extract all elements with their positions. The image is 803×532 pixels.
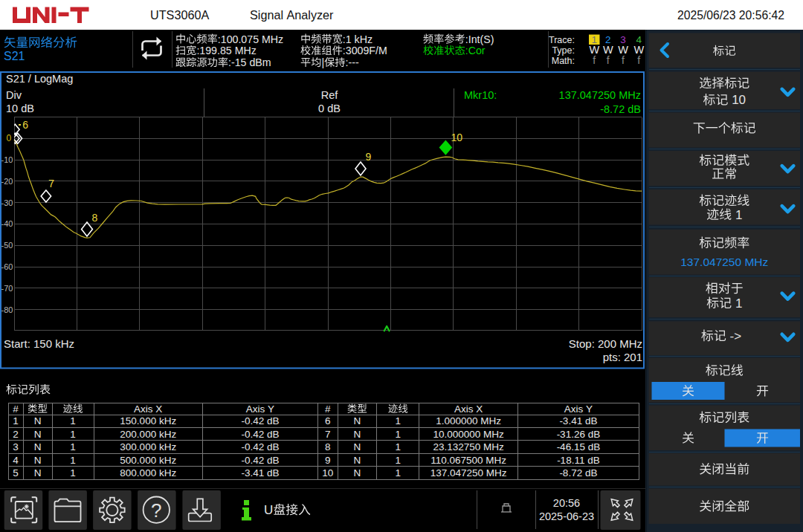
svg-text:|: | — [321, 56, 324, 68]
svg-text:200.000 kHz: 200.000 kHz — [120, 429, 176, 440]
svg-text:137.047250 MHz: 137.047250 MHz — [680, 256, 768, 268]
svg-text:N: N — [34, 455, 42, 466]
svg-text:1: 1 — [70, 429, 76, 440]
svg-text:-0.42 dB: -0.42 dB — [241, 415, 279, 426]
svg-text:N: N — [34, 429, 42, 440]
svg-text:Div: Div — [6, 89, 22, 101]
svg-text:9: 9 — [366, 151, 372, 163]
svg-text:Axis X: Axis X — [134, 403, 162, 415]
svg-text:Trace:: Trace: — [549, 35, 575, 45]
svg-text:Type:: Type: — [552, 45, 575, 56]
svg-text:1.000000 MHz: 1.000000 MHz — [436, 415, 501, 426]
svg-text:-40: -40 — [1, 219, 13, 228]
svg-text:-46.15 dB: -46.15 dB — [557, 441, 601, 452]
svg-text:-0.42 dB: -0.42 dB — [241, 455, 279, 466]
svg-text:800.000 kHz: 800.000 kHz — [120, 467, 176, 479]
svg-text:Start: 150 kHz: Start: 150 kHz — [4, 337, 74, 350]
svg-text::3009F/M: :3009F/M — [343, 45, 387, 56]
svg-text:?: ? — [151, 499, 161, 522]
svg-text:1: 1 — [70, 467, 76, 479]
svg-text:1: 1 — [395, 429, 401, 440]
svg-text:1: 1 — [70, 415, 76, 426]
svg-text:f: f — [637, 54, 640, 66]
svg-text::1 kHz: :1 kHz — [343, 33, 373, 45]
svg-text:10 dB: 10 dB — [6, 103, 34, 114]
svg-text:-20: -20 — [1, 177, 13, 186]
svg-text:S21: S21 — [4, 50, 25, 62]
svg-text:0 dB: 0 dB — [318, 103, 341, 114]
svg-text:Axis X: Axis X — [454, 403, 483, 415]
svg-text:N: N — [353, 415, 361, 426]
svg-text:2025-06-23: 2025-06-23 — [539, 510, 594, 522]
svg-text:N: N — [353, 441, 361, 452]
svg-text::-15 dBm: :-15 dBm — [228, 56, 271, 68]
svg-text::199.85 MHz: :199.85 MHz — [196, 45, 256, 56]
svg-text:23.132750 MHz: 23.132750 MHz — [433, 441, 504, 452]
svg-text:4: 4 — [13, 455, 19, 466]
svg-text:10: 10 — [322, 467, 333, 479]
svg-text:-31.26 dB: -31.26 dB — [557, 429, 601, 440]
svg-text:UTS3060A: UTS3060A — [150, 8, 209, 22]
svg-text:6: 6 — [325, 415, 331, 426]
svg-text:-0.42 dB: -0.42 dB — [241, 441, 279, 452]
svg-text:1: 1 — [70, 441, 76, 452]
svg-text:N: N — [34, 415, 42, 426]
svg-text:->: -> — [726, 329, 741, 343]
svg-text:N: N — [34, 467, 42, 479]
svg-text:N: N — [353, 467, 361, 479]
svg-text:10: 10 — [451, 132, 463, 143]
svg-text:Ref: Ref — [321, 89, 339, 101]
svg-text:1: 1 — [70, 455, 76, 466]
svg-text:Math:: Math: — [552, 56, 575, 66]
svg-text:1: 1 — [732, 296, 742, 311]
svg-text:7: 7 — [48, 178, 54, 189]
svg-text:-50: -50 — [1, 241, 13, 250]
svg-text:-80: -80 — [1, 305, 13, 314]
svg-text:Axis Y: Axis Y — [246, 403, 274, 415]
svg-text:S21 / LogMag: S21 / LogMag — [6, 73, 73, 85]
svg-text:20:56: 20:56 — [553, 497, 580, 509]
svg-text:N: N — [353, 429, 361, 440]
svg-text:f: f — [593, 54, 596, 66]
svg-text:f: f — [622, 54, 625, 66]
svg-text:Axis Y: Axis Y — [564, 403, 593, 415]
svg-text:7: 7 — [325, 429, 331, 440]
svg-text:110.067500 MHz: 110.067500 MHz — [430, 455, 506, 466]
svg-text:1: 1 — [395, 455, 401, 466]
svg-text:1: 1 — [732, 208, 742, 222]
svg-text:10.000000 MHz: 10.000000 MHz — [433, 429, 504, 440]
svg-text::---: :--- — [346, 56, 359, 68]
svg-text:N: N — [34, 441, 42, 452]
svg-text:-8.72 dB: -8.72 dB — [600, 103, 641, 115]
svg-text:1: 1 — [13, 415, 19, 426]
svg-text:-18.11 dB: -18.11 dB — [557, 455, 600, 466]
svg-text:-3.41 dB: -3.41 dB — [559, 415, 597, 426]
svg-text:2025/06/23 20:56:42: 2025/06/23 20:56:42 — [677, 9, 784, 22]
svg-text:-3.41 dB: -3.41 dB — [241, 467, 279, 479]
svg-text:5: 5 — [13, 467, 19, 479]
svg-text:-30: -30 — [1, 198, 13, 207]
svg-text:Stop: 200 MHz: Stop: 200 MHz — [569, 337, 642, 350]
svg-text:U: U — [264, 503, 273, 517]
svg-text::100.075 MHz: :100.075 MHz — [218, 33, 283, 45]
svg-text::Cor: :Cor — [465, 45, 486, 56]
svg-text:N: N — [353, 455, 361, 466]
svg-text:137.047250 MHz: 137.047250 MHz — [559, 89, 641, 101]
svg-text:9: 9 — [325, 455, 331, 466]
svg-text:8: 8 — [325, 441, 331, 452]
svg-text:-10: -10 — [1, 155, 13, 164]
svg-text:10: 10 — [728, 93, 746, 107]
svg-text:1: 1 — [395, 441, 401, 452]
svg-text:-0.42 dB: -0.42 dB — [241, 429, 279, 440]
svg-text:6: 6 — [22, 119, 28, 131]
svg-text:#: # — [325, 403, 331, 415]
svg-text:f: f — [607, 54, 610, 66]
svg-text:0: 0 — [7, 133, 12, 143]
svg-text:2: 2 — [13, 429, 19, 440]
svg-text:Signal Analyzer: Signal Analyzer — [250, 8, 334, 22]
svg-text:137.047250 MHz: 137.047250 MHz — [430, 467, 507, 479]
svg-text:3: 3 — [13, 441, 19, 452]
svg-text:Mkr10:: Mkr10: — [464, 89, 497, 101]
svg-text:500.000 kHz: 500.000 kHz — [120, 455, 176, 466]
svg-text:-60: -60 — [1, 262, 13, 271]
